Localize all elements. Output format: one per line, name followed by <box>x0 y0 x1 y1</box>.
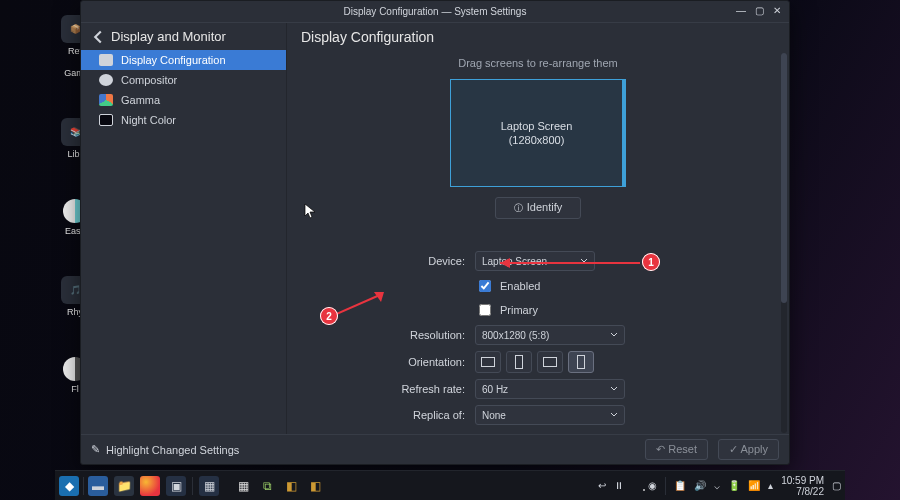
titlebar[interactable]: Display Configuration — System Settings … <box>81 1 789 23</box>
screen-resolution: (1280x800) <box>509 134 565 146</box>
taskbar-window[interactable]: ▣ <box>166 476 186 496</box>
chevron-down-icon <box>610 411 618 419</box>
tray-pause-icon[interactable]: ⏸ <box>614 480 624 491</box>
footer: ✎Highlight Changed Settings ↶ Reset ✓ Ap… <box>81 434 789 464</box>
highlight-toggle[interactable]: ✎Highlight Changed Settings <box>91 443 239 456</box>
tray-back-icon[interactable]: ↩ <box>598 480 606 491</box>
main-pane: Display Configuration Drag screens to re… <box>287 23 789 434</box>
orientation-landscape-flip[interactable] <box>537 351 563 373</box>
desktop: 📦Ret Gami 📚Libr Easy 🎵Rhy Fl Display Con… <box>0 0 900 500</box>
sidebar-item-label: Gamma <box>121 94 160 106</box>
refresh-select[interactable]: 60 Hz <box>475 379 625 399</box>
orientation-portrait-right[interactable] <box>568 351 594 373</box>
enabled-checkbox[interactable]: Enabled <box>475 277 635 295</box>
tray-clipboard-icon[interactable]: 📋 <box>674 480 686 491</box>
chevron-down-icon <box>610 331 618 339</box>
section-title: Display and Monitor <box>111 29 226 44</box>
start-button[interactable]: ◆ <box>59 476 79 496</box>
taskbar-app[interactable]: ◧ <box>281 476 301 496</box>
sidebar-item-label: Night Color <box>121 114 176 126</box>
taskbar-pinned[interactable]: ▬ <box>88 476 108 496</box>
screen-name: Laptop Screen <box>501 120 573 132</box>
reset-button[interactable]: ↶ Reset <box>645 439 708 460</box>
clock[interactable]: 10:59 PM 7/8/22 <box>781 475 824 497</box>
sidebar: Display and Monitor Display Configuratio… <box>81 23 287 434</box>
taskbar-files[interactable]: 📁 <box>114 476 134 496</box>
tray-bluetooth-icon[interactable]: ⌵ <box>714 480 720 491</box>
arrange-hint: Drag screens to re-arrange them <box>327 57 749 69</box>
back-button[interactable]: Display and Monitor <box>81 23 286 50</box>
tray-battery-icon[interactable]: 🔋 <box>728 480 740 491</box>
close-button[interactable]: ✕ <box>771 4 783 16</box>
window-title: Display Configuration — System Settings <box>344 6 527 17</box>
taskbar-firefox[interactable] <box>140 476 160 496</box>
page-title: Display Configuration <box>287 23 789 53</box>
chevron-left-icon <box>91 30 105 44</box>
orientation-landscape[interactable] <box>475 351 501 373</box>
taskbar-app[interactable]: ⧉ <box>257 476 277 496</box>
screen-arrange-area: Drag screens to re-arrange them Laptop S… <box>327 53 749 233</box>
identify-button[interactable]: ⓘIdentify <box>495 197 581 219</box>
sidebar-item-night-color[interactable]: Night Color <box>81 110 286 130</box>
pen-icon: ✎ <box>91 443 100 456</box>
apply-button[interactable]: ✓ Apply <box>718 439 779 460</box>
cursor-icon <box>304 203 316 219</box>
chevron-down-icon <box>610 385 618 393</box>
resolution-label: Resolution: <box>339 329 469 341</box>
resolution-select[interactable]: 800x1280 (5:8) <box>475 325 625 345</box>
replica-label: Replica of: <box>339 409 469 421</box>
tray-obs-icon[interactable]: ◉ <box>648 480 657 491</box>
orientation-label: Orientation: <box>339 356 469 368</box>
maximize-button[interactable]: ▢ <box>753 4 765 16</box>
taskbar-running[interactable]: ▦ <box>199 476 219 496</box>
device-select[interactable]: Laptop Screen <box>475 251 595 271</box>
replica-select[interactable]: None <box>475 405 625 425</box>
taskbar-app[interactable]: ◧ <box>305 476 325 496</box>
refresh-label: Refresh rate: <box>339 383 469 395</box>
orientation-group <box>475 351 635 373</box>
taskbar-app[interactable]: ▦ <box>233 476 253 496</box>
orientation-portrait-left[interactable] <box>506 351 532 373</box>
sidebar-item-compositor[interactable]: Compositor <box>81 70 286 90</box>
device-label: Device: <box>339 255 469 267</box>
tray-network-icon[interactable]: 📶 <box>748 480 760 491</box>
primary-checkbox[interactable]: Primary <box>475 301 635 319</box>
sidebar-item-display-config[interactable]: Display Configuration <box>81 50 286 70</box>
chevron-down-icon <box>580 257 588 265</box>
taskbar: ◆ ▬ 📁 ▣ ▦ ▦ ⧉ ◧ ◧ ↩ ⏸ ◉ 📋 🔊 ⌵ 🔋 <box>55 470 845 500</box>
tray-chevron-icon[interactable]: ▴ <box>768 480 773 491</box>
screen-preview[interactable]: Laptop Screen (1280x800) <box>450 79 626 187</box>
sidebar-item-label: Display Configuration <box>121 54 226 66</box>
display-form: Device: Laptop Screen Enabled Primary Re… <box>339 251 767 425</box>
sidebar-item-label: Compositor <box>121 74 177 86</box>
tray-volume-icon[interactable]: 🔊 <box>694 480 706 491</box>
minimize-button[interactable]: — <box>735 4 747 16</box>
tray-show-desktop[interactable]: ▢ <box>832 480 841 491</box>
settings-window: Display Configuration — System Settings … <box>80 0 790 465</box>
sidebar-item-gamma[interactable]: Gamma <box>81 90 286 110</box>
